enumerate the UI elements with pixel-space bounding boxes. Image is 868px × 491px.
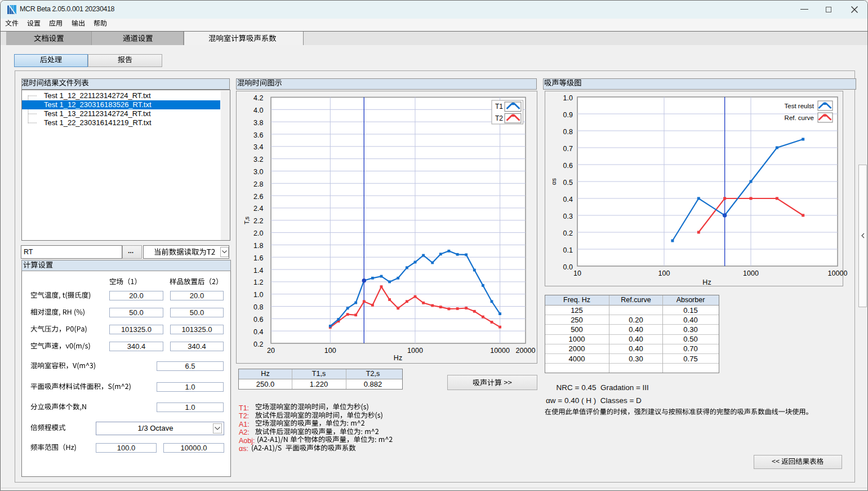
svg-text:0.3: 0.3 bbox=[563, 213, 573, 220]
svg-text:1.0: 1.0 bbox=[563, 94, 573, 102]
svg-text:100: 100 bbox=[658, 269, 670, 277]
svg-text:αs: αs bbox=[550, 178, 557, 185]
svg-text:0.2: 0.2 bbox=[563, 229, 573, 237]
svg-text:10000: 10000 bbox=[828, 269, 848, 277]
svg-text:0.4: 0.4 bbox=[563, 196, 573, 204]
svg-text:2.6: 2.6 bbox=[253, 193, 263, 201]
svg-text:1.6: 1.6 bbox=[253, 254, 263, 262]
svg-text:0.5: 0.5 bbox=[563, 179, 573, 187]
svg-text:0.4: 0.4 bbox=[253, 328, 263, 336]
svg-text:3.6: 3.6 bbox=[253, 131, 263, 139]
svg-text:0.8: 0.8 bbox=[253, 303, 263, 311]
svg-text:0.2: 0.2 bbox=[253, 340, 263, 348]
svg-text:3.0: 3.0 bbox=[253, 168, 263, 176]
svg-text:100: 100 bbox=[324, 347, 336, 355]
svg-text:1.0: 1.0 bbox=[253, 291, 263, 299]
svg-text:0.9: 0.9 bbox=[563, 111, 573, 119]
svg-text:T1: T1 bbox=[495, 103, 503, 110]
svg-text:0.1: 0.1 bbox=[563, 246, 573, 254]
svg-text:1.4: 1.4 bbox=[253, 267, 263, 275]
svg-text:2.4: 2.4 bbox=[253, 205, 263, 213]
svg-text:Hz: Hz bbox=[702, 278, 711, 286]
svg-text:Test reulst: Test reulst bbox=[785, 103, 814, 109]
svg-text:T,s: T,s bbox=[243, 216, 250, 224]
svg-text:T2: T2 bbox=[495, 114, 503, 122]
svg-text:10: 10 bbox=[573, 269, 581, 277]
svg-text:3.8: 3.8 bbox=[253, 119, 263, 127]
svg-text:Hz: Hz bbox=[394, 354, 402, 362]
svg-text:3.4: 3.4 bbox=[253, 143, 263, 151]
svg-text:1000: 1000 bbox=[743, 269, 759, 277]
svg-text:1000: 1000 bbox=[407, 347, 423, 355]
svg-text:0.6: 0.6 bbox=[253, 316, 263, 324]
svg-text:0.8: 0.8 bbox=[563, 128, 573, 136]
svg-text:20000: 20000 bbox=[516, 347, 536, 355]
svg-text:2.0: 2.0 bbox=[253, 229, 263, 237]
svg-text:0.7: 0.7 bbox=[563, 145, 573, 153]
svg-text:3.2: 3.2 bbox=[253, 156, 263, 163]
svg-text:4.0: 4.0 bbox=[253, 107, 263, 114]
svg-text:10000: 10000 bbox=[490, 347, 510, 355]
svg-text:1.8: 1.8 bbox=[253, 242, 263, 250]
svg-text:Ref. curve: Ref. curve bbox=[785, 114, 814, 121]
svg-text:2.2: 2.2 bbox=[253, 217, 263, 225]
svg-text:4.2: 4.2 bbox=[253, 94, 263, 102]
svg-text:0.6: 0.6 bbox=[563, 162, 573, 170]
svg-text:20: 20 bbox=[267, 347, 275, 355]
svg-text:1.2: 1.2 bbox=[253, 278, 263, 286]
svg-text:0.0: 0.0 bbox=[563, 263, 573, 271]
svg-text:2.8: 2.8 bbox=[253, 180, 263, 188]
